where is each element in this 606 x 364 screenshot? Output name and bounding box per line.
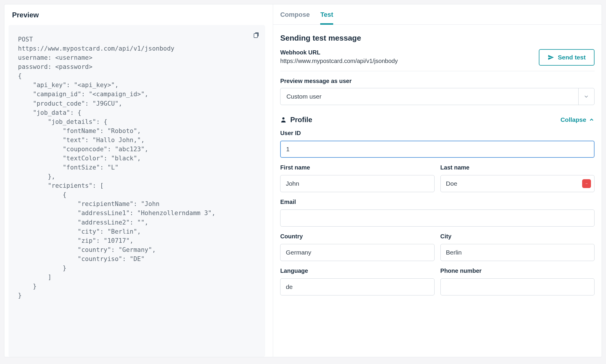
send-test-label: Send test — [558, 54, 586, 61]
main-container: Preview POST https://www.mypostcard.com/… — [4, 4, 602, 357]
svg-point-3 — [586, 183, 586, 184]
phone-input[interactable] — [440, 278, 595, 295]
person-icon — [280, 117, 287, 123]
city-label: City — [440, 233, 595, 240]
profile-title-text: Profile — [290, 116, 312, 124]
profile-header: Profile Collapse — [280, 116, 595, 124]
last-name-label: Last name — [440, 164, 595, 171]
language-label: Language — [280, 267, 434, 274]
preview-as-label: Preview message as user — [280, 78, 595, 84]
svg-point-4 — [586, 183, 587, 184]
preview-as-value: Custom user — [280, 93, 578, 100]
country-label: Country — [280, 233, 434, 240]
preview-title: Preview — [4, 4, 273, 25]
copy-button[interactable] — [252, 30, 261, 40]
first-name-input[interactable] — [280, 175, 434, 192]
preview-as-select[interactable]: Custom user — [280, 88, 595, 105]
test-panel: Compose Test Sending test message Webhoo… — [273, 4, 602, 357]
test-body: Sending test message Webhook URL https:/… — [273, 25, 602, 295]
last-name-input[interactable] — [440, 175, 595, 192]
chevron-down-icon — [578, 88, 594, 105]
sending-title: Sending test message — [280, 34, 595, 43]
svg-rect-1 — [254, 34, 257, 38]
webhook-url: https://www.mypostcard.com/api/v1/jsonbo… — [280, 58, 533, 64]
divider-1 — [280, 71, 595, 71]
city-input[interactable] — [440, 244, 595, 261]
code-block-wrap: POST https://www.mypostcard.com/api/v1/j… — [9, 25, 265, 357]
tabs: Compose Test — [273, 4, 602, 25]
svg-point-5 — [587, 183, 588, 184]
language-input[interactable] — [280, 278, 434, 295]
first-name-label: First name — [280, 164, 434, 171]
profile-form: User ID First name Last name — [280, 130, 595, 295]
collapse-button[interactable]: Collapse — [560, 116, 595, 123]
send-test-button[interactable]: Send test — [539, 49, 595, 66]
svg-point-2 — [282, 117, 284, 119]
collapse-label: Collapse — [560, 116, 586, 123]
tab-test[interactable]: Test — [320, 11, 333, 25]
code-preview[interactable]: POST https://www.mypostcard.com/api/v1/j… — [9, 25, 265, 312]
send-icon — [548, 54, 554, 61]
user-id-input[interactable] — [280, 141, 595, 158]
country-input[interactable] — [280, 244, 434, 261]
webhook-label: Webhook URL — [280, 49, 533, 56]
chevron-up-icon — [589, 117, 595, 123]
email-label: Email — [280, 199, 595, 205]
copy-icon — [253, 31, 260, 39]
profile-title: Profile — [280, 116, 312, 124]
phone-label: Phone number — [440, 267, 595, 274]
user-id-label: User ID — [280, 130, 595, 137]
email-input[interactable] — [280, 210, 595, 227]
preview-panel: Preview POST https://www.mypostcard.com/… — [4, 4, 273, 357]
tab-compose[interactable]: Compose — [280, 11, 310, 25]
webhook-row: Webhook URL https://www.mypostcard.com/a… — [280, 49, 595, 66]
webhook-info: Webhook URL https://www.mypostcard.com/a… — [280, 49, 533, 64]
extension-badge-icon[interactable] — [582, 179, 591, 188]
